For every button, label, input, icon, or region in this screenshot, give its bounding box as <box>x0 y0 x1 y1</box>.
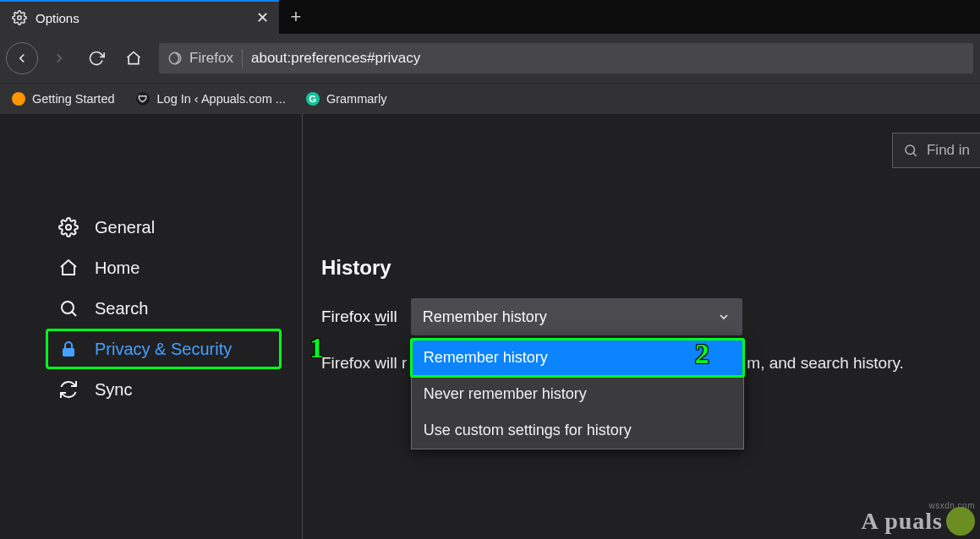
sidebar-item-label: Privacy & Security <box>95 340 232 359</box>
sidebar-item-label: General <box>95 218 155 237</box>
sidebar-item-home[interactable]: Home <box>0 248 302 288</box>
svg-rect-4 <box>63 348 74 357</box>
history-mode-row: Firefox will Remember history Remember h… <box>321 298 961 335</box>
search-icon <box>57 298 79 318</box>
search-icon <box>903 143 918 158</box>
history-mode-select[interactable]: Remember history Remember history 2 Neve… <box>411 298 742 335</box>
gear-icon <box>12 10 27 25</box>
option-label: Use custom settings for history <box>424 422 632 438</box>
select-dropdown: Remember history 2 Never remember histor… <box>411 339 744 449</box>
forward-button[interactable] <box>42 41 76 75</box>
sync-icon <box>57 379 79 400</box>
history-label-accesskey: w <box>375 308 386 325</box>
sidebar-item-general[interactable]: General <box>0 207 302 248</box>
reload-button[interactable] <box>79 41 113 75</box>
navigation-toolbar: Firefox about:preferences#privacy <box>0 34 980 83</box>
preferences-content: General Home Search Privacy & Security 1 <box>0 114 980 539</box>
lock-icon <box>57 339 79 359</box>
select-option-never[interactable]: Never remember history <box>412 376 743 412</box>
tab-title: Options <box>36 11 248 25</box>
history-description-left: Firefox will r <box>321 354 407 372</box>
history-label-suffix: ill <box>386 308 397 325</box>
bookmark-label: Grammarly <box>326 92 387 106</box>
bookmark-label: Log In ‹ Appuals.com ... <box>157 92 286 106</box>
bookmarks-toolbar: Getting Started 🛡 Log In ‹ Appuals.com .… <box>0 83 980 114</box>
select-option-remember[interactable]: Remember history 2 <box>412 340 743 376</box>
bookmark-label: Getting Started <box>32 92 115 106</box>
sidebar-item-search[interactable]: Search <box>0 288 302 329</box>
bookmark-grammarly[interactable]: G Grammarly <box>306 92 387 106</box>
firefox-icon <box>167 51 183 66</box>
history-heading: History <box>321 256 961 280</box>
find-in-options[interactable]: Find in <box>892 133 980 168</box>
chevron-down-icon <box>717 310 731 324</box>
select-current[interactable]: Remember history <box>411 298 742 335</box>
annotation-label-2: 2 <box>695 338 709 370</box>
url-divider <box>242 49 243 68</box>
option-label: Never remember history <box>424 385 587 402</box>
sidebar-item-label: Home <box>95 259 140 278</box>
svg-point-3 <box>62 302 74 313</box>
svg-point-5 <box>906 145 915 155</box>
address-bar[interactable]: Firefox about:preferences#privacy <box>159 43 973 74</box>
sidebar-item-sync[interactable]: Sync <box>0 369 302 410</box>
find-placeholder: Find in <box>927 142 970 159</box>
home-icon <box>57 258 79 278</box>
grammarly-favicon-icon: G <box>306 92 320 106</box>
history-description-right: m, and search history. <box>747 354 904 372</box>
preferences-sidebar: General Home Search Privacy & Security 1 <box>0 114 303 539</box>
close-icon[interactable]: ✕ <box>256 10 269 25</box>
appuals-favicon-icon: 🛡 <box>135 91 151 106</box>
svg-point-2 <box>66 225 71 230</box>
option-label: Remember history <box>424 349 548 366</box>
identity-box[interactable]: Firefox <box>167 50 233 67</box>
history-label: Firefox will <box>321 308 397 326</box>
tab-strip: Options ✕ + <box>0 0 980 34</box>
active-tab[interactable]: Options ✕ <box>0 0 279 34</box>
home-button[interactable] <box>117 41 151 75</box>
mascot-icon <box>946 507 975 536</box>
back-button[interactable] <box>5 41 39 75</box>
identity-label: Firefox <box>189 50 233 67</box>
bookmark-appuals[interactable]: 🛡 Log In ‹ Appuals.com ... <box>135 91 286 106</box>
bookmark-getting-started[interactable]: Getting Started <box>12 92 115 106</box>
url-text: about:preferences#privacy <box>251 50 420 67</box>
history-label-prefix: Firefox <box>321 308 375 325</box>
new-tab-button[interactable]: + <box>279 0 313 34</box>
watermark-text: A puals <box>862 508 944 535</box>
gear-icon <box>57 217 79 237</box>
firefox-favicon-icon <box>12 92 25 106</box>
watermark: A puals <box>862 507 976 536</box>
svg-point-0 <box>18 16 22 20</box>
sidebar-item-label: Sync <box>95 380 132 400</box>
preferences-main: Find in History Firefox will Remember hi… <box>303 114 980 539</box>
sidebar-item-privacy[interactable]: Privacy & Security 1 <box>0 329 302 369</box>
select-value: Remember history <box>423 308 547 326</box>
select-option-custom[interactable]: Use custom settings for history <box>412 412 743 449</box>
sidebar-item-label: Search <box>95 299 148 318</box>
